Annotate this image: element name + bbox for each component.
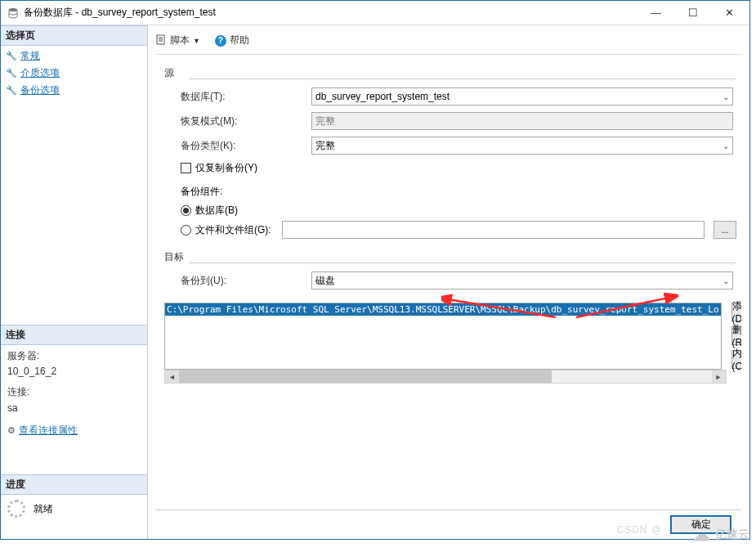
backup-type-value: 完整 (315, 139, 335, 153)
copy-only-label: 仅复制备份(Y) (195, 161, 257, 175)
backup-component-label: 备份组件: (164, 185, 736, 199)
chevron-down-icon: ⌄ (722, 276, 729, 285)
connection-value: sa (7, 401, 141, 416)
script-label: 脚本 (170, 34, 190, 47)
recovery-mode-value: 完整 (315, 114, 335, 128)
yisu-text: 亿速云 (715, 527, 749, 542)
filegroup-input[interactable] (282, 221, 705, 239)
connection-label: 连接: (7, 384, 141, 400)
radio-filegroup-label: 文件和文件组(G): (195, 223, 271, 237)
close-button[interactable]: ✕ (711, 2, 748, 25)
svg-point-0 (9, 8, 17, 11)
view-conn-props-label: 查看连接属性 (19, 423, 78, 438)
server-value: 10_0_16_2 (7, 364, 141, 379)
toolbar: 脚本 ▼ ? 帮助 (156, 30, 741, 55)
yisu-watermark: ☁ 亿速云 (692, 524, 749, 545)
minimize-button[interactable]: — (637, 2, 674, 25)
window-title: 备份数据库 - db_survey_report_system_test (24, 6, 637, 20)
connection-info: 服务器: 10_0_16_2 连接: sa ⚙ 查看连接属性 (1, 345, 147, 442)
cloud-icon: ☁ (692, 524, 710, 545)
titlebar: 备份数据库 - db_survey_report_system_test — ☐… (1, 1, 749, 25)
destination-group-label: 目标 (164, 250, 736, 264)
wrench-icon: 🔧 (6, 85, 17, 96)
destination-list[interactable]: C:\Program Files\Microsoft SQL Server\MS… (164, 303, 722, 370)
help-icon: ? (215, 35, 226, 47)
window-controls: — ☐ ✕ (637, 2, 748, 25)
main-panel: 脚本 ▼ ? 帮助 源 数据库(T): db_survey_report_sys… (148, 25, 749, 539)
view-connection-properties[interactable]: ⚙ 查看连接属性 (7, 423, 141, 438)
wrench-icon: 🔧 (6, 68, 17, 79)
backup-type-dropdown[interactable]: 完整 ⌄ (311, 137, 733, 155)
chevron-down-icon: ⌄ (722, 92, 729, 101)
source-group-label: 源 (164, 66, 736, 80)
script-button[interactable]: 脚本 ▼ (156, 34, 200, 47)
connection-icon: ⚙ (7, 424, 16, 438)
recovery-mode-field: 完整 (311, 112, 733, 130)
scroll-left-icon[interactable]: ◄ (165, 370, 179, 383)
sidebar-item-label: 介质选项 (20, 66, 60, 80)
database-label: 数据库(T): (164, 90, 311, 104)
csdn-watermark: CSDN @ (616, 524, 662, 536)
scroll-right-icon[interactable]: ► (712, 370, 726, 383)
help-button[interactable]: ? 帮助 (215, 34, 249, 47)
remove-button[interactable]: 删除(R) (731, 326, 741, 345)
browse-filegroup-button[interactable]: ... (714, 221, 736, 239)
radio-database-label: 数据库(B) (195, 204, 238, 218)
backup-to-value: 磁盘 (315, 274, 335, 288)
server-label: 服务器: (7, 348, 141, 364)
copy-only-checkbox[interactable] (181, 163, 191, 173)
database-icon (7, 7, 19, 19)
horizontal-scrollbar[interactable]: ◄ ► (164, 370, 727, 384)
sidebar: 选择页 🔧 常规 🔧 介质选项 🔧 备份选项 连接 服务器: (1, 25, 148, 539)
wrench-icon: 🔧 (6, 51, 17, 61)
content-area: 源 数据库(T): db_survey_report_system_test ⌄… (156, 55, 741, 509)
select-page-header: 选择页 (1, 25, 147, 46)
page-list: 🔧 常规 🔧 介质选项 🔧 备份选项 (1, 46, 147, 101)
backup-to-label: 备份到(U): (164, 274, 311, 288)
radio-database[interactable] (181, 205, 191, 216)
dialog-window: 备份数据库 - db_survey_report_system_test — ☐… (0, 0, 750, 540)
backup-type-label: 备份类型(K): (164, 139, 311, 153)
database-value: db_survey_report_system_test (315, 91, 450, 102)
backup-to-dropdown[interactable]: 磁盘 ⌄ (311, 272, 733, 289)
maximize-button[interactable]: ☐ (674, 2, 711, 25)
recovery-mode-label: 恢复模式(M): (164, 114, 311, 128)
connection-header: 连接 (1, 325, 147, 345)
dialog-body: 选择页 🔧 常规 🔧 介质选项 🔧 备份选项 连接 服务器: (1, 25, 749, 539)
dropdown-arrow-icon: ▼ (193, 37, 200, 45)
sidebar-item-backup-options[interactable]: 🔧 备份选项 (4, 82, 144, 99)
sidebar-item-general[interactable]: 🔧 常规 (4, 47, 144, 65)
database-dropdown[interactable]: db_survey_report_system_test ⌄ (311, 88, 733, 105)
progress-state-label: 就绪 (34, 502, 53, 516)
script-icon (156, 34, 167, 47)
destination-item[interactable]: C:\Program Files\Microsoft SQL Server\MS… (165, 303, 721, 316)
spinner-icon (7, 500, 25, 518)
sidebar-item-media[interactable]: 🔧 介质选项 (4, 65, 144, 82)
sidebar-item-label: 备份选项 (20, 83, 60, 97)
add-button[interactable]: 添加(D)… (731, 303, 741, 321)
contents-button[interactable]: 内容(C) (731, 350, 741, 369)
chevron-down-icon: ⌄ (722, 141, 729, 150)
progress-header: 进度 (1, 474, 147, 495)
progress-status: 就绪 (1, 495, 147, 523)
radio-filegroup[interactable] (181, 225, 191, 236)
help-label: 帮助 (230, 34, 249, 47)
sidebar-item-label: 常规 (20, 49, 40, 63)
